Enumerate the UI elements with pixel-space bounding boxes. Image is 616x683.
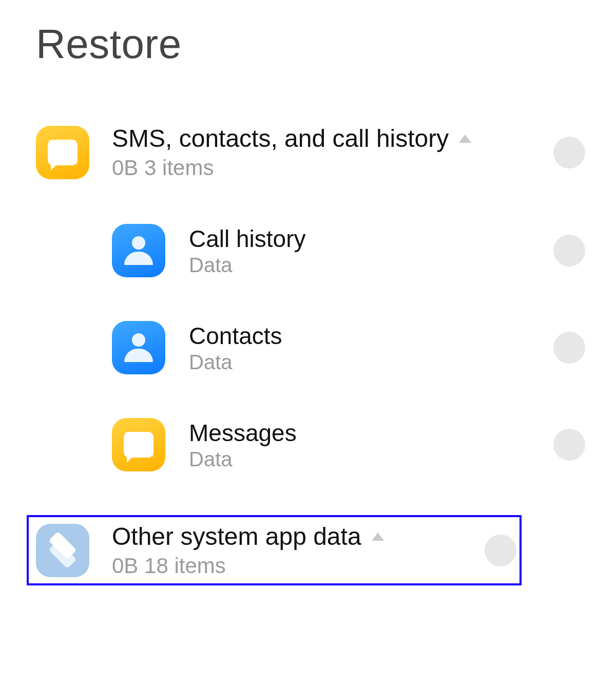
person-icon	[112, 224, 165, 277]
item-checkbox[interactable]	[553, 235, 585, 267]
layers-icon	[36, 524, 89, 577]
item-subtitle: Data	[189, 448, 538, 471]
chevron-up-icon	[459, 135, 471, 143]
item-checkbox[interactable]	[553, 429, 585, 461]
item-title: Call history	[189, 225, 538, 253]
group-checkbox[interactable]	[485, 535, 516, 566]
item-text: Call history Data	[189, 225, 538, 277]
messages-icon	[36, 126, 89, 179]
restore-group-sms-contacts-calls[interactable]: SMS, contacts, and call history 0B 3 ite…	[36, 124, 585, 180]
group-text: Other system app data 0B 18 items	[112, 522, 469, 578]
messages-icon	[112, 418, 165, 471]
group-title: SMS, contacts, and call history	[112, 124, 449, 153]
item-subtitle: Data	[189, 254, 538, 277]
chevron-up-icon	[372, 533, 384, 541]
restore-group-other-system-app-data[interactable]: Other system app data 0B 18 items	[27, 515, 522, 585]
item-text: Messages Data	[189, 419, 538, 471]
group-subtitle: 0B 3 items	[112, 156, 538, 180]
item-title: Contacts	[189, 322, 538, 350]
restore-item-call-history[interactable]: Call history Data	[36, 224, 585, 277]
item-title: Messages	[189, 419, 538, 447]
restore-item-messages[interactable]: Messages Data	[36, 418, 585, 471]
group-checkbox[interactable]	[553, 137, 585, 168]
item-checkbox[interactable]	[553, 332, 585, 364]
page-title: Restore	[36, 21, 585, 68]
group-text: SMS, contacts, and call history 0B 3 ite…	[112, 124, 538, 180]
person-icon	[112, 321, 165, 374]
item-subtitle: Data	[189, 351, 538, 374]
group-subtitle: 0B 18 items	[112, 554, 469, 578]
item-text: Contacts Data	[189, 322, 538, 374]
restore-item-contacts[interactable]: Contacts Data	[36, 321, 585, 374]
group-title: Other system app data	[112, 522, 361, 551]
